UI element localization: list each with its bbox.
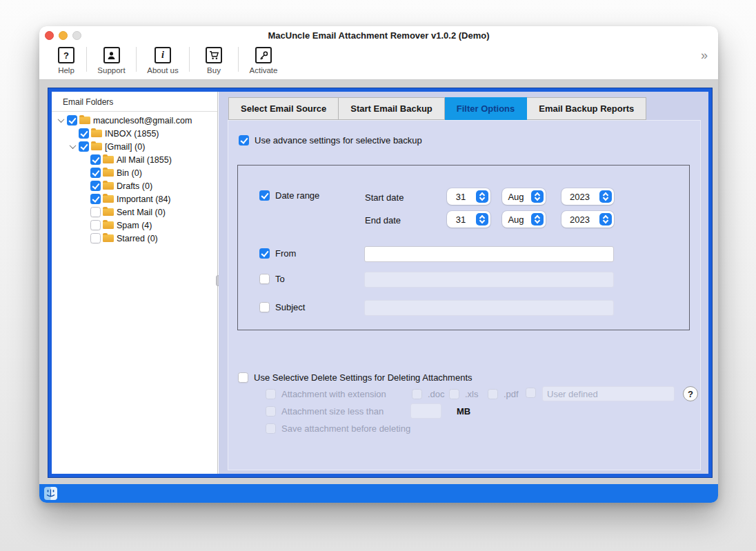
- ext-pdf-checkbox[interactable]: [488, 389, 498, 399]
- attachment-extension-checkbox[interactable]: [266, 389, 276, 399]
- folder-icon: [103, 195, 114, 203]
- stepper-arrows-icon[interactable]: [531, 190, 544, 203]
- expander-icon[interactable]: [55, 118, 67, 123]
- expander-icon[interactable]: [67, 144, 79, 149]
- activate-button[interactable]: Activate: [239, 44, 288, 74]
- finder-icon[interactable]: [44, 487, 57, 500]
- checkbox-checked[interactable]: [90, 181, 101, 191]
- window-title: MacUncle Email Attachment Remover v1.0.2…: [39, 26, 718, 44]
- ext-xls-row: .xls: [449, 389, 479, 399]
- user-defined-checkbox[interactable]: [526, 388, 536, 398]
- user-defined-input[interactable]: [542, 386, 675, 401]
- to-checkbox[interactable]: [259, 274, 270, 284]
- checkbox-unchecked[interactable]: [90, 207, 101, 217]
- save-attachment-checkbox[interactable]: [266, 423, 276, 434]
- selective-delete-row: Use Selective Delete Settings for Deleti…: [238, 372, 472, 383]
- key-icon: [255, 47, 272, 63]
- folder-icon: [79, 117, 90, 124]
- folder-icon: [103, 156, 114, 163]
- tree-item-drafts[interactable]: Drafts (0): [52, 179, 217, 192]
- tree-item-bin[interactable]: Bin (0): [52, 166, 217, 179]
- status-bar: [39, 484, 718, 503]
- save-attachment-row: Save attachment before deleting: [266, 423, 410, 434]
- right-panel: Select Email Source Start Email Backup F…: [219, 92, 708, 474]
- checkbox-checked[interactable]: [90, 168, 101, 178]
- help-circle-button[interactable]: ?: [683, 386, 698, 401]
- start-month-stepper[interactable]: Aug: [502, 188, 546, 205]
- to-row: To: [259, 274, 285, 284]
- tree-item-gmail[interactable]: [Gmail] (0): [52, 140, 217, 153]
- checkbox-unchecked[interactable]: [90, 220, 101, 230]
- end-date-label: End date: [365, 215, 401, 226]
- attachment-extension-row: Attachment with extension: [266, 389, 386, 399]
- folder-icon: [103, 169, 114, 177]
- about-us-button[interactable]: i About us: [137, 44, 189, 74]
- checkbox-checked[interactable]: [67, 115, 77, 126]
- email-folders-panel: Email Folders macunclesoft@gmail.com INB…: [52, 92, 218, 474]
- tree-item-sent-mail[interactable]: Sent Mail (0): [52, 206, 217, 219]
- stepper-arrows-icon[interactable]: [531, 213, 544, 226]
- email-folders-title: Email Folders: [63, 97, 113, 107]
- titlebar: MacUncle Email Attachment Remover v1.0.2…: [39, 26, 718, 44]
- end-day-stepper[interactable]: 31: [447, 211, 490, 228]
- cart-icon: [206, 47, 222, 63]
- checkbox-checked[interactable]: [90, 154, 101, 165]
- subject-input[interactable]: [364, 300, 614, 316]
- folder-icon: [91, 143, 102, 150]
- tab-filter-options[interactable]: Filter Options: [445, 97, 528, 120]
- advance-settings-checkbox[interactable]: [239, 135, 249, 146]
- folder-icon: [103, 208, 114, 216]
- tree-item-inbox[interactable]: INBOX (1855): [52, 127, 217, 140]
- folder-icon: [103, 221, 114, 229]
- date-range-checkbox[interactable]: [259, 190, 270, 201]
- folder-icon: [103, 234, 114, 242]
- tree-item-account[interactable]: macunclesoft@gmail.com: [52, 114, 217, 127]
- tab-select-email-source[interactable]: Select Email Source: [228, 97, 339, 120]
- tab-bar: Select Email Source Start Email Backup F…: [228, 97, 646, 120]
- folder-icon: [91, 130, 102, 137]
- end-year-stepper[interactable]: 2023: [561, 211, 614, 228]
- buy-button[interactable]: Buy: [190, 44, 238, 74]
- tree-item-starred[interactable]: Starred (0): [52, 232, 217, 245]
- start-day-stepper[interactable]: 31: [447, 188, 490, 205]
- checkbox-checked[interactable]: [79, 141, 89, 152]
- date-range-row: Date range: [259, 190, 319, 201]
- checkbox-checked[interactable]: [79, 128, 89, 139]
- tree-separator: [52, 111, 217, 112]
- from-input[interactable]: [364, 246, 614, 262]
- end-month-stepper[interactable]: Aug: [502, 211, 546, 228]
- tab-email-backup-reports[interactable]: Email Backup Reports: [527, 97, 646, 120]
- stepper-arrows-icon[interactable]: [476, 213, 488, 226]
- start-year-stepper[interactable]: 2023: [561, 188, 614, 205]
- subject-checkbox[interactable]: [259, 302, 270, 312]
- toolbar-overflow-icon[interactable]: »: [701, 48, 706, 63]
- app-window: MacUncle Email Attachment Remover v1.0.2…: [39, 26, 718, 503]
- checkbox-checked[interactable]: [90, 194, 101, 204]
- ext-doc-row: .doc: [412, 389, 445, 399]
- size-input[interactable]: [410, 403, 441, 419]
- to-input[interactable]: [364, 272, 614, 288]
- ext-doc-checkbox[interactable]: [412, 389, 422, 399]
- folder-tree: macunclesoft@gmail.com INBOX (1855) [Gma…: [52, 114, 217, 245]
- stepper-arrows-icon[interactable]: [599, 213, 612, 226]
- help-button[interactable]: ? Help: [46, 44, 86, 74]
- stepper-arrows-icon[interactable]: [599, 190, 612, 203]
- tree-item-all-mail[interactable]: All Mail (1855): [52, 153, 217, 166]
- attachment-size-checkbox[interactable]: [266, 406, 276, 417]
- tree-item-spam[interactable]: Spam (4): [52, 219, 217, 232]
- support-button[interactable]: Support: [87, 44, 136, 74]
- filter-groupbox: Date range Start date 31 Aug 2023: [237, 165, 690, 330]
- start-date-label: Start date: [365, 192, 404, 203]
- advance-settings-row: Use advance settings for selective backu…: [239, 135, 422, 146]
- stepper-arrows-icon[interactable]: [476, 190, 488, 203]
- selective-delete-checkbox[interactable]: [238, 372, 248, 383]
- from-row: From: [259, 248, 296, 259]
- question-icon: ?: [58, 47, 74, 63]
- from-checkbox[interactable]: [259, 248, 270, 259]
- checkbox-unchecked[interactable]: [90, 233, 101, 243]
- ext-xls-checkbox[interactable]: [449, 389, 459, 399]
- tab-start-email-backup[interactable]: Start Email Backup: [339, 97, 445, 120]
- person-icon: [103, 47, 120, 63]
- size-unit-label: MB: [457, 406, 470, 417]
- tree-item-important[interactable]: Important (84): [52, 192, 217, 206]
